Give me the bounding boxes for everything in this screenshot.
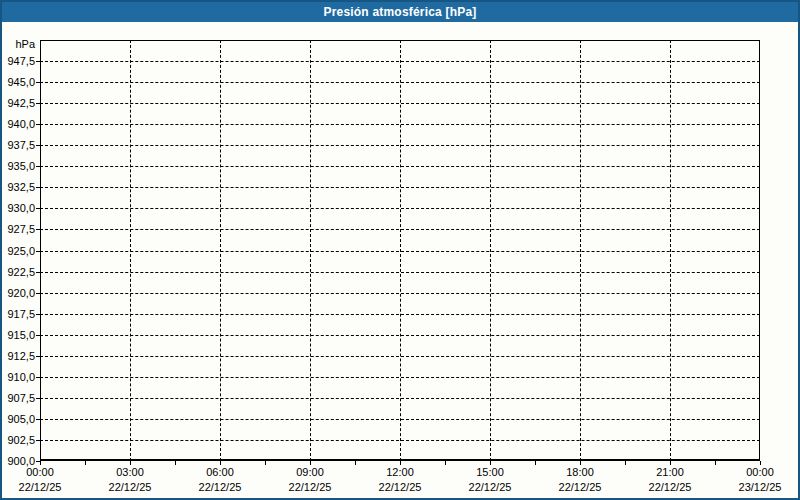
- y-axis-tick: [36, 398, 40, 399]
- gridline-vertical: [490, 40, 491, 461]
- y-tick-label: 905,0: [2, 412, 35, 426]
- x-tick-date-label: 22/12/25: [638, 481, 702, 494]
- gridline-vertical: [580, 40, 581, 461]
- y-axis-tick: [36, 103, 40, 104]
- x-tick-time-label: 09:00: [278, 466, 342, 479]
- gridline-vertical: [310, 40, 311, 461]
- y-tick-label: 917,5: [2, 307, 35, 321]
- y-tick-label: 930,0: [2, 201, 35, 215]
- x-tick-time-label: 15:00: [458, 466, 522, 479]
- y-tick-label: 920,0: [2, 286, 35, 300]
- y-axis-tick: [36, 440, 40, 441]
- x-tick-date-label: 22/12/25: [8, 481, 72, 494]
- gridline-vertical: [130, 40, 131, 461]
- x-axis-tick: [580, 461, 581, 465]
- y-tick-label: 902,5: [2, 433, 35, 447]
- y-axis-tick: [36, 82, 40, 83]
- x-tick-date-label: 22/12/25: [188, 481, 252, 494]
- x-axis-tick: [220, 461, 221, 465]
- y-axis-tick: [36, 187, 40, 188]
- x-tick-date-label: 22/12/25: [458, 481, 522, 494]
- x-axis-tick: [85, 461, 86, 465]
- x-axis-tick: [130, 461, 131, 465]
- y-axis-tick: [36, 419, 40, 420]
- x-axis-tick: [490, 461, 491, 465]
- y-axis-tick: [36, 61, 40, 62]
- pressure-chart: hPa 947,5945,0942,5940,0937,5935,0932,59…: [2, 2, 798, 498]
- x-axis-tick: [715, 461, 716, 465]
- x-tick-date-label: 22/12/25: [368, 481, 432, 494]
- x-tick-time-label: 06:00: [188, 466, 252, 479]
- x-tick-date-label: 22/12/25: [548, 481, 612, 494]
- y-tick-label: 922,5: [2, 265, 35, 279]
- y-axis-tick: [36, 251, 40, 252]
- gridline-vertical: [400, 40, 401, 461]
- y-axis-tick: [36, 124, 40, 125]
- x-tick-date-label: 22/12/25: [278, 481, 342, 494]
- gridline-vertical: [220, 40, 221, 461]
- y-tick-label: 937,5: [2, 138, 35, 152]
- y-tick-label: 925,0: [2, 244, 35, 258]
- x-axis-tick: [40, 461, 41, 465]
- y-tick-label: 947,5: [2, 54, 35, 68]
- x-axis-tick: [625, 461, 626, 465]
- y-axis-tick: [36, 229, 40, 230]
- y-tick-label: 927,5: [2, 222, 35, 236]
- y-axis-tick: [36, 314, 40, 315]
- y-tick-label: 945,0: [2, 75, 35, 89]
- x-axis-tick: [310, 461, 311, 465]
- x-axis-tick: [175, 461, 176, 465]
- y-tick-label: 915,0: [2, 328, 35, 342]
- app-window: Presión atmosférica [hPa] hPa 947,5945,0…: [0, 0, 800, 500]
- y-tick-label: 942,5: [2, 96, 35, 110]
- y-axis-tick: [36, 356, 40, 357]
- y-tick-label: 932,5: [2, 180, 35, 194]
- y-axis-tick: [36, 377, 40, 378]
- y-axis-tick: [36, 272, 40, 273]
- y-axis-tick: [36, 293, 40, 294]
- y-tick-label: 910,0: [2, 370, 35, 384]
- y-axis-tick: [36, 166, 40, 167]
- x-axis-tick: [760, 461, 761, 465]
- x-axis-tick: [400, 461, 401, 465]
- x-tick-time-label: 03:00: [98, 466, 162, 479]
- x-tick-time-label: 00:00: [728, 466, 792, 479]
- y-axis-tick: [36, 145, 40, 146]
- y-axis-tick: [36, 208, 40, 209]
- gridline-vertical: [670, 40, 671, 461]
- y-tick-label: 940,0: [2, 117, 35, 131]
- y-tick-label: 935,0: [2, 159, 35, 173]
- x-axis-tick: [445, 461, 446, 465]
- y-axis-unit-label: hPa: [2, 37, 35, 51]
- x-tick-time-label: 18:00: [548, 466, 612, 479]
- x-tick-time-label: 00:00: [8, 466, 72, 479]
- x-tick-time-label: 21:00: [638, 466, 702, 479]
- x-axis-tick: [535, 461, 536, 465]
- y-axis-tick: [36, 335, 40, 336]
- x-tick-date-label: 22/12/25: [98, 481, 162, 494]
- x-tick-date-label: 23/12/25: [728, 481, 792, 494]
- y-tick-label: 907,5: [2, 391, 35, 405]
- x-axis-tick: [265, 461, 266, 465]
- y-tick-label: 912,5: [2, 349, 35, 363]
- x-tick-time-label: 12:00: [368, 466, 432, 479]
- x-axis-tick: [670, 461, 671, 465]
- x-axis-tick: [355, 461, 356, 465]
